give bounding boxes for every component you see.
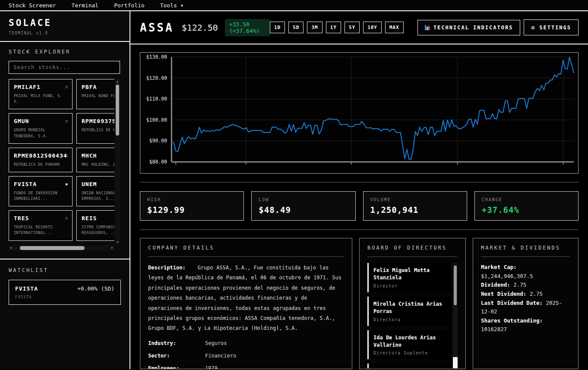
star-icon[interactable]: ☆ <box>65 83 68 90</box>
stock-name: PRIVAL BOND FU <box>82 93 114 99</box>
explorer-vertical-scrollbar[interactable]: ▲ ▼ <box>115 79 120 245</box>
stock-cards-viewport: PMILAF1 ☆ PRIVAL MILA FUND, S. A. PBFA ☆… <box>9 79 114 245</box>
market-line-label: Next Dividend: <box>481 291 526 297</box>
market-title: MARKET & DIVIDENDS <box>481 245 570 251</box>
director-card: Arnold Emanuel Henriquez Lopez Director <box>367 364 451 368</box>
watchlist-item[interactable]: FVISTA +0.00% (5D) FVISTA <box>9 280 121 305</box>
director-role: Directora <box>373 317 446 322</box>
stock-name: FONDO DE INVERSION INMOBILIARI... <box>14 190 67 202</box>
star-icon[interactable]: ★ <box>65 180 68 187</box>
stock-card[interactable]: RPME0812500434A ☆ REPÚBLICA DE PANAMÁ <box>9 148 73 172</box>
range-button[interactable]: MAX <box>385 22 404 33</box>
range-button[interactable]: 10Y <box>363 22 382 33</box>
detail-value: Financiero <box>205 353 236 359</box>
director-name: Arnold Emanuel Henriquez Lopez <box>373 367 446 368</box>
star-icon[interactable]: ☆ <box>65 215 68 221</box>
market-line: Dividend: 2.75 <box>481 281 570 290</box>
search-input[interactable] <box>9 61 120 74</box>
main-area: ASSA $122.50 +33.50 (+37.64%) 1D 5D 3M 1… <box>130 11 588 369</box>
range-button[interactable]: 1D <box>270 22 285 33</box>
stock-name: GRUPO MUNDIAL TENEDORA, S.A. <box>14 127 67 139</box>
nav-item[interactable]: Terminal <box>72 2 99 9</box>
stock-card[interactable]: PMILAF1 ☆ PRIVAL MILA FUND, S. A. <box>9 79 73 109</box>
directors-scroll-end <box>453 357 458 368</box>
stock-card[interactable]: FVISTA ★ FONDO DE INVERSION INMOBILIARI.… <box>9 176 73 206</box>
stock-name: REPÚBLICA DE PANAMÁ <box>14 162 67 168</box>
detail-label: Industry: <box>148 340 205 346</box>
stat-card: VOLUME 1,250,941 <box>363 191 467 221</box>
board-of-directors-panel: BOARD OF DIRECTORS Felix Miguel Motta St… <box>359 238 466 369</box>
stock-ticker: PMILAF1 <box>14 84 67 90</box>
stock-ticker: PBFA <box>82 84 114 90</box>
detail-value: 1979 <box>205 365 218 369</box>
detail-label: Sector: <box>148 353 205 359</box>
vertical-scroll-thumb[interactable] <box>116 85 119 136</box>
stock-card[interactable]: UNEM ☆ UNION NACIONAL EMPRESAS, S... <box>76 176 114 206</box>
director-name: Felix Miguel Motta Stanziola <box>373 267 446 282</box>
director-name: Ida De Lourdes Arias Vallarino <box>373 334 446 349</box>
detail-value: Seguros <box>205 340 227 346</box>
stock-card[interactable]: PBFA ☆ PRIVAL BOND FU <box>76 79 114 109</box>
settings-button[interactable]: ⚙ SETTINGS <box>524 19 579 35</box>
price-chart-panel: $130.00$120.00$110.00$100.00$90.00$80.00 <box>140 52 579 174</box>
stock-ticker: FVISTA <box>14 181 67 187</box>
stock-name: PRIVAL MILA FUND, S. A. <box>14 93 67 104</box>
nav-item[interactable]: Portfolio <box>114 2 144 9</box>
stock-card[interactable]: REIS ☆ ISTMO COMPANIA REASEGUROS, ... <box>76 210 114 240</box>
explorer-horizontal-scrollbar[interactable]: ◀ ▶ <box>9 245 114 251</box>
stock-ticker: REIS <box>82 215 114 221</box>
stock-card[interactable]: GMUN ☆ GRUPO MUNDIAL TENEDORA, S.A. <box>9 113 73 143</box>
range-button[interactable]: 3M <box>307 22 322 33</box>
technical-indicators-button[interactable]: TECHNICAL INDICATORS <box>417 20 521 35</box>
stock-card[interactable]: MHCH ☆ MHC HOLDING, L <box>76 148 114 172</box>
stock-ticker: TRES <box>14 215 67 221</box>
director-role: Directora Suplente <box>373 351 446 355</box>
svg-text:$90.00: $90.00 <box>149 138 168 144</box>
company-detail-row: Industry: Seguros <box>148 340 344 346</box>
stock-header: ASSA $122.50 +33.50 (+37.64%) 1D 5D 3M 1… <box>130 11 588 44</box>
star-icon[interactable]: ☆ <box>65 152 68 158</box>
director-name: Mirella Cristina Arias Porras <box>373 300 446 316</box>
market-line-label: Dividend: <box>481 281 510 288</box>
title-rule <box>481 256 570 257</box>
app-version: TERMINAL v1.0 <box>9 31 121 35</box>
scroll-right-icon[interactable]: ▶ <box>111 246 113 250</box>
star-icon[interactable]: ☆ <box>65 117 68 124</box>
scroll-left-icon[interactable]: ◀ <box>10 246 12 250</box>
range-button[interactable]: 1Y <box>326 22 341 33</box>
watchlist-change: +0.00% (5D) <box>77 285 114 292</box>
stats-row: HIGH $129.99 LOW $48.49 VOLUME 1,250,941… <box>140 191 579 221</box>
technical-indicators-label: TECHNICAL INDICATORS <box>433 25 513 31</box>
stat-value: $129.99 <box>147 205 237 215</box>
stat-value: +37.64% <box>482 205 571 215</box>
chart-section: $130.00$120.00$110.00$100.00$90.00$80.00 <box>130 44 588 183</box>
horizontal-scroll-thumb[interactable] <box>20 246 85 250</box>
stock-name: REPÚBLICA DE P <box>82 127 114 133</box>
gear-icon: ⚙ <box>531 24 535 31</box>
svg-text:$120.00: $120.00 <box>146 75 168 81</box>
svg-text:$100.00: $100.00 <box>146 117 168 123</box>
nav-item[interactable]: Tools ▾ <box>160 2 184 9</box>
nav-item[interactable]: Stock Screener <box>9 2 56 9</box>
directors-scrollbar[interactable] <box>453 263 458 368</box>
app-title: SOLACE <box>9 18 121 28</box>
company-details-panel: COMPANY DETAILS Description:Grupo ASSA, … <box>140 238 352 369</box>
director-role: Director <box>373 284 446 288</box>
stock-name: TROPICAL RESORTS INTERNATIONAL... <box>14 225 67 236</box>
scroll-down-icon[interactable]: ▼ <box>115 240 120 244</box>
stock-ticker: GMUN <box>14 118 67 124</box>
board-title: BOARD OF DIRECTORS <box>367 245 458 251</box>
range-button[interactable]: 5D <box>288 22 303 33</box>
directors-scroll-thumb[interactable] <box>454 266 457 305</box>
watchlist-title: WATCHLIST <box>9 267 121 273</box>
title-rule <box>367 256 458 257</box>
brand-block: SOLACE TERMINAL v1.0 <box>0 11 130 42</box>
svg-text:$110.00: $110.00 <box>146 96 168 102</box>
market-line-label: Market Cap: <box>481 264 517 270</box>
stock-card[interactable]: TRES ☆ TROPICAL RESORTS INTERNATIONAL... <box>9 210 73 240</box>
market-line-value: 2.75 <box>530 291 543 297</box>
company-detail-row: Employees: 1979 <box>148 365 344 369</box>
scroll-up-icon[interactable]: ▲ <box>115 80 120 83</box>
stock-card[interactable]: RPME09375 ☆ REPÚBLICA DE P <box>76 113 114 143</box>
range-button[interactable]: 5Y <box>345 22 360 33</box>
